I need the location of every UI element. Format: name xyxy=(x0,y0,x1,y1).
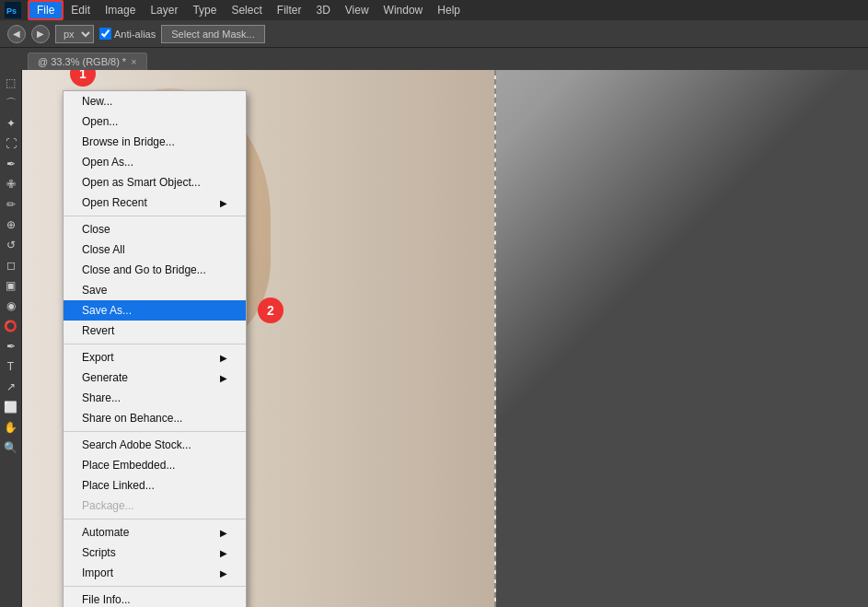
size-select[interactable]: px xyxy=(55,25,94,43)
menu-help[interactable]: Help xyxy=(430,2,468,18)
menu-item-automate[interactable]: Automate▶ xyxy=(64,522,246,543)
menu-item-browse-bridge[interactable]: Browse in Bridge... xyxy=(64,132,246,152)
menu-item-close-all[interactable]: Close All xyxy=(64,239,246,260)
tool-healing[interactable]: ✙ xyxy=(2,175,20,193)
file-menu: New... Open... Browse in Bridge... Open … xyxy=(63,90,247,607)
separator-3 xyxy=(64,431,246,432)
separator-4 xyxy=(64,519,246,519)
select-mask-button[interactable]: Select and Mask... xyxy=(161,25,265,43)
menu-item-adobe-stock[interactable]: Search Adobe Stock... xyxy=(64,435,246,455)
menu-edit[interactable]: Edit xyxy=(64,2,98,18)
menu-view[interactable]: View xyxy=(338,2,376,18)
menu-item-new[interactable]: New... xyxy=(64,91,246,111)
menu-item-open[interactable]: Open... xyxy=(64,111,246,132)
forward-button[interactable]: ▶ xyxy=(31,25,50,43)
antialias-checkbox[interactable] xyxy=(99,28,111,40)
back-button[interactable]: ◀ xyxy=(7,25,26,43)
tool-path[interactable]: ↗ xyxy=(2,378,20,396)
menu-item-revert[interactable]: Revert xyxy=(64,321,246,341)
menu-window[interactable]: Window xyxy=(376,2,431,18)
tool-shape[interactable]: ⬜ xyxy=(2,398,20,416)
tool-clone[interactable]: ⊕ xyxy=(2,216,20,234)
tab-bar: @ 33.3% (RGB/8) * × xyxy=(0,48,868,70)
tool-blur[interactable]: ◉ xyxy=(2,297,20,315)
separator-5 xyxy=(64,586,246,587)
svg-text:Ps: Ps xyxy=(6,6,17,16)
tool-dodge[interactable]: ⭕ xyxy=(2,317,20,335)
menu-file[interactable]: File xyxy=(28,0,64,20)
menu-item-open-as[interactable]: Open As... xyxy=(64,152,246,172)
menu-item-package: Package... xyxy=(64,496,246,516)
menu-item-place-embedded[interactable]: Place Embedded... xyxy=(64,455,246,475)
tool-marquee[interactable]: ⬚ xyxy=(2,74,20,92)
menu-item-export[interactable]: Export▶ xyxy=(64,347,246,368)
tool-type[interactable]: T xyxy=(2,357,20,376)
tool-lasso[interactable]: ⌒ xyxy=(2,94,20,112)
tool-history[interactable]: ↺ xyxy=(2,236,20,254)
tab-close-button[interactable]: × xyxy=(131,56,136,67)
canvas-area: New... Open... Browse in Bridge... Open … xyxy=(22,70,868,607)
menu-item-share[interactable]: Share... xyxy=(64,388,246,408)
annotation-circle-2: 2 xyxy=(258,298,284,323)
menu-item-file-info[interactable]: File Info... xyxy=(64,589,246,607)
menu-item-place-linked[interactable]: Place Linked... xyxy=(64,475,246,496)
antialias-label[interactable]: Anti-alias xyxy=(99,28,156,40)
tool-crop[interactable]: ⛶ xyxy=(2,134,20,153)
menu-item-save[interactable]: Save xyxy=(64,280,246,300)
tool-eyedropper[interactable]: ✒ xyxy=(2,155,20,173)
menu-filter[interactable]: Filter xyxy=(270,2,309,18)
menu-item-close[interactable]: Close xyxy=(64,219,246,239)
tool-magic-wand[interactable]: ✦ xyxy=(2,114,20,133)
main-area: ⬚ ⌒ ✦ ⛶ ✒ ✙ ✏ ⊕ ↺ ◻ ▣ ◉ ⭕ ✒ T ↗ ⬜ ✋ 🔍 Ne… xyxy=(0,70,868,607)
menu-item-share-behance[interactable]: Share on Behance... xyxy=(64,408,246,428)
separator-1 xyxy=(64,216,246,216)
menu-item-generate[interactable]: Generate▶ xyxy=(64,368,246,388)
options-bar: ◀ ▶ px Anti-alias Select and Mask... xyxy=(0,20,868,48)
menu-select[interactable]: Select xyxy=(224,2,269,18)
separator-2 xyxy=(64,344,246,344)
menu-item-open-smart[interactable]: Open as Smart Object... xyxy=(64,172,246,193)
menu-item-open-recent[interactable]: Open Recent▶ xyxy=(64,193,246,213)
app-logo: Ps xyxy=(4,1,22,19)
tab-label: @ 33.3% (RGB/8) * xyxy=(38,56,126,67)
menu-image[interactable]: Image xyxy=(98,2,143,18)
menu-layer[interactable]: Layer xyxy=(143,2,185,18)
tool-eraser[interactable]: ◻ xyxy=(2,256,20,274)
menu-item-scripts[interactable]: Scripts▶ xyxy=(64,543,246,563)
tool-zoom[interactable]: 🔍 xyxy=(2,438,20,457)
menu-item-save-as[interactable]: Save As... xyxy=(64,300,246,321)
menu-item-close-bridge[interactable]: Close and Go to Bridge... xyxy=(64,260,246,280)
tool-hand[interactable]: ✋ xyxy=(2,418,20,437)
tool-pen[interactable]: ✒ xyxy=(2,337,20,356)
menu-3d[interactable]: 3D xyxy=(308,2,337,18)
document-tab[interactable]: @ 33.3% (RGB/8) * × xyxy=(28,53,147,70)
tool-gradient[interactable]: ▣ xyxy=(2,276,20,295)
menu-type[interactable]: Type xyxy=(185,2,224,18)
left-toolbar: ⬚ ⌒ ✦ ⛶ ✒ ✙ ✏ ⊕ ↺ ◻ ▣ ◉ ⭕ ✒ T ↗ ⬜ ✋ 🔍 xyxy=(0,70,22,607)
menu-item-import[interactable]: Import▶ xyxy=(64,563,246,583)
tool-brush[interactable]: ✏ xyxy=(2,195,20,214)
menubar: Ps File Edit Image Layer Type Select Fil… xyxy=(0,0,868,20)
